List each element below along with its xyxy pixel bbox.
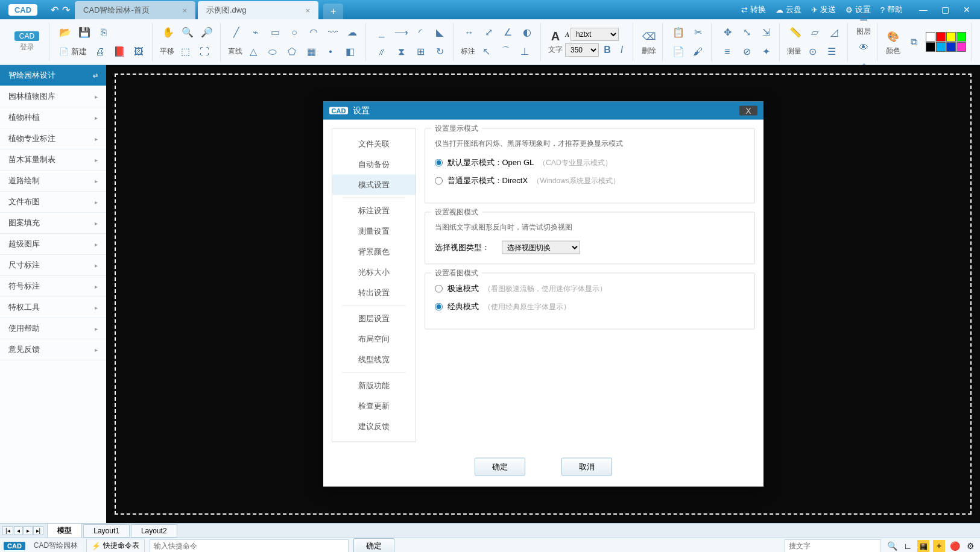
chamfer-icon[interactable]: ◣	[431, 24, 448, 41]
fillet-icon[interactable]: ◜	[412, 24, 429, 41]
saveas-icon[interactable]: ⎘	[95, 24, 112, 41]
radio-input[interactable]	[435, 158, 443, 166]
color-swatch[interactable]	[946, 32, 956, 42]
trim-icon[interactable]: ⎯	[373, 24, 390, 41]
radio-classic[interactable]: 经典模式 （使用经典原生字体显示）	[435, 301, 745, 312]
zoom-out-icon[interactable]: 🔎	[198, 24, 215, 41]
color-swatch[interactable]	[956, 42, 966, 52]
image-icon[interactable]: 🖼	[130, 43, 147, 60]
align-icon[interactable]: ≡	[719, 43, 736, 60]
layers-icon[interactable]: ☰	[855, 8, 872, 25]
save-icon[interactable]: 💾	[76, 24, 93, 41]
dialog-nav-item[interactable]: 检查更新	[332, 396, 416, 416]
hatch-icon[interactable]: ▦	[303, 43, 320, 60]
dialog-nav-item[interactable]: 图层设置	[332, 309, 416, 329]
point-icon[interactable]: •	[322, 43, 339, 60]
sidebar-item[interactable]: 图案填充▸	[0, 213, 106, 234]
convert-button[interactable]: ⇄ 转换	[741, 4, 766, 15]
dim-arc-icon[interactable]: ⌒	[497, 43, 514, 60]
dialog-titlebar[interactable]: CAD 设置 X	[323, 102, 763, 120]
cloud-button[interactable]: ☁ 云盘	[776, 4, 801, 15]
login-area[interactable]: CAD 登录	[5, 23, 49, 61]
open-icon[interactable]: 📂	[57, 24, 74, 41]
print-icon[interactable]: 🖨	[92, 43, 109, 60]
ellipse-icon[interactable]: ⬭	[264, 43, 281, 60]
radio-input[interactable]	[435, 177, 443, 184]
dialog-nav-item[interactable]: 转出设置	[332, 283, 416, 303]
color-swatch[interactable]	[926, 42, 935, 52]
spline-icon[interactable]: 〰	[324, 24, 341, 41]
search-icon[interactable]: 🔍	[886, 540, 898, 552]
dim-linear-icon[interactable]: ↔	[461, 24, 478, 41]
tab-model[interactable]: 模型	[47, 523, 82, 538]
move-icon[interactable]: ✥	[719, 24, 736, 41]
sidebar-item[interactable]: 苗木算量制表▸	[0, 149, 106, 171]
gear-icon[interactable]: ⚙	[964, 540, 976, 552]
radio-directx[interactable]: 普通显示模式：DirectX （Windows系统显示模式）	[435, 175, 745, 186]
dialog-nav-item[interactable]: 背景颜色	[332, 242, 416, 262]
search-input[interactable]	[785, 539, 881, 553]
sidebar-item[interactable]: 符号标注▸	[0, 276, 106, 297]
dialog-nav-item[interactable]: 测量设置	[332, 221, 416, 242]
nav-forward-icon[interactable]: ↷	[62, 4, 70, 16]
dialog-close-button[interactable]: X	[739, 106, 757, 116]
scale-icon[interactable]: ⤡	[738, 24, 755, 41]
sidebar-item[interactable]: 使用帮助▸	[0, 318, 106, 339]
bold-icon[interactable]: B	[601, 44, 613, 56]
dim-angular-icon[interactable]: ∠	[499, 24, 516, 41]
color-swatch[interactable]	[936, 42, 946, 52]
dialog-nav-item[interactable]: 光标大小	[332, 262, 416, 283]
layer-on-icon[interactable]: 👁	[855, 39, 872, 56]
cancel-button[interactable]: 取消	[561, 458, 612, 476]
grid-icon[interactable]: ▦	[917, 540, 929, 552]
measure-area-icon[interactable]: ▱	[806, 24, 823, 41]
canvas-area[interactable]: CAD 设置 X 文件关联自动备份模式设置标注设置测量设置背景颜色光标大小转出设…	[106, 65, 980, 523]
close-icon[interactable]: ×	[305, 6, 310, 15]
leader-icon[interactable]: ↖	[478, 43, 495, 60]
circle-icon[interactable]: ○	[286, 24, 303, 41]
shortcut-button[interactable]: ⚡ 快捷命令表	[86, 539, 145, 552]
nav-first-icon[interactable]: |◂	[2, 526, 13, 535]
newfile-button[interactable]: 📄 新建	[57, 44, 89, 60]
italic-icon[interactable]: I	[616, 44, 628, 56]
polyline-icon[interactable]: ⌁	[247, 24, 264, 41]
match-icon[interactable]: 🖌	[689, 43, 706, 60]
sidebar-item[interactable]: 意见反馈▸	[0, 339, 106, 360]
polygon-icon[interactable]: ⬠	[283, 43, 300, 60]
help-button[interactable]: ? 帮助	[880, 4, 903, 15]
tab-home[interactable]: CAD智绘园林-首页 ×	[75, 1, 195, 19]
measure-list-icon[interactable]: ☰	[823, 43, 840, 60]
dialog-nav-item[interactable]: 自动备份	[332, 154, 416, 175]
font-select[interactable]: hztxt	[571, 28, 619, 41]
color-swatch[interactable]	[946, 42, 956, 52]
tab-add-button[interactable]: +	[323, 4, 343, 19]
cloud-icon[interactable]: ☁	[344, 24, 361, 41]
line-icon[interactable]: ╱	[228, 24, 245, 41]
tab-layout1[interactable]: Layout1	[83, 524, 130, 538]
view-select[interactable]: 选择视图切换	[502, 241, 580, 254]
measure-angle-icon[interactable]: ◿	[826, 24, 842, 41]
sidebar-item[interactable]: 文件布图▸	[0, 192, 106, 213]
measure-id-icon[interactable]: ⊙	[804, 43, 821, 60]
radio-fast[interactable]: 极速模式 （看图极速流畅，使用迷你字体显示）	[435, 283, 745, 294]
cut-icon[interactable]: ✂	[689, 24, 706, 41]
paste-icon[interactable]: 📄	[670, 43, 687, 60]
hand-icon[interactable]: ✋	[160, 24, 177, 41]
dim-aligned-icon[interactable]: ⤢	[480, 24, 497, 41]
radio-opengl[interactable]: 默认显示模式：Open GL （CAD专业显示模式）	[435, 157, 745, 168]
radio-input[interactable]	[435, 303, 443, 310]
offset-icon[interactable]: ⫽	[373, 43, 390, 60]
color-swatch[interactable]	[956, 32, 966, 42]
break-icon[interactable]: ⊘	[738, 43, 755, 60]
color-swatch[interactable]	[936, 32, 946, 42]
color-swatch[interactable]	[926, 32, 935, 42]
sidebar-item[interactable]: 道路绘制▸	[0, 171, 106, 192]
command-ok-button[interactable]: 确定	[353, 538, 394, 553]
pdf-icon[interactable]: 📕	[111, 43, 128, 60]
nav-prev-icon[interactable]: ◂	[14, 526, 23, 535]
block-icon[interactable]: ◧	[341, 43, 358, 60]
sidebar-item[interactable]: 植物专业标注▸	[0, 128, 106, 149]
stretch-icon[interactable]: ⇲	[757, 24, 774, 41]
tab-drawing[interactable]: 示例图.dwg ×	[198, 1, 318, 19]
nav-next-icon[interactable]: ▸	[24, 526, 33, 535]
